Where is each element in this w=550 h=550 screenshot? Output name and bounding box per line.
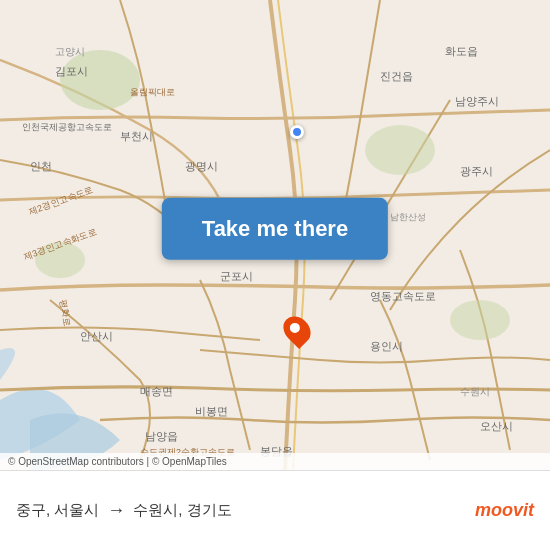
svg-text:군포시: 군포시 [220,270,253,282]
footer: 중구, 서울시 → 수원시, 경기도 moovit [0,470,550,550]
take-me-there-button[interactable]: Take me there [162,198,388,260]
map-container: 김포시 인천 부천시 광명시 진건읍 화도읍 남양주시 광주시 군포시 안산시 … [0,0,550,470]
svg-point-3 [450,300,510,340]
svg-text:김포시: 김포시 [55,65,88,77]
svg-text:용인시: 용인시 [370,340,403,352]
svg-text:오산시: 오산시 [480,420,513,432]
svg-text:인천: 인천 [30,160,52,172]
svg-text:부천시: 부천시 [120,130,153,142]
svg-text:인천국제공항고속도로: 인천국제공항고속도로 [22,122,112,132]
svg-text:남양주시: 남양주시 [455,95,499,107]
map-copyright: © OpenStreetMap contributors | © OpenMap… [0,453,550,470]
svg-text:진건읍: 진건읍 [380,70,413,82]
svg-text:안산시: 안산시 [80,330,113,342]
svg-point-2 [365,125,435,175]
origin-pin [290,125,304,139]
svg-text:매송면: 매송면 [140,385,173,397]
svg-text:남양읍: 남양읍 [145,430,178,442]
svg-text:고양시: 고양시 [55,46,85,57]
svg-point-1 [60,50,140,110]
route-from: 중구, 서울시 [16,501,99,520]
svg-text:광명시: 광명시 [185,160,218,172]
svg-text:화도읍: 화도읍 [445,45,478,57]
svg-text:광주시: 광주시 [460,165,493,177]
route-to: 수원시, 경기도 [133,501,231,520]
svg-text:비봉면: 비봉면 [195,405,228,417]
moovit-logo: moovit [475,500,534,521]
svg-text:영동고속도로: 영동고속도로 [370,290,436,302]
svg-text:수원시: 수원시 [460,386,490,397]
route-arrow: → [107,500,125,521]
svg-text:올림픽대로: 올림픽대로 [130,87,175,97]
route-info: 중구, 서울시 → 수원시, 경기도 [16,500,475,521]
svg-text:남한산성: 남한산성 [390,212,426,222]
